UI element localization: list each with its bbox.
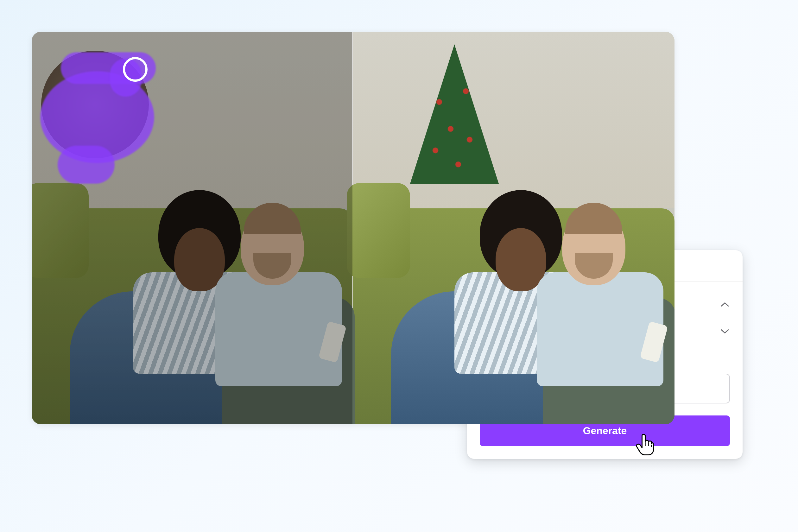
original-image-panel[interactable] bbox=[32, 32, 353, 424]
generated-image-panel[interactable] bbox=[353, 32, 674, 424]
chevron-down-icon bbox=[720, 326, 730, 337]
image-comparison bbox=[32, 32, 674, 424]
generate-button-label: Generate bbox=[583, 425, 627, 436]
brush-cursor-icon bbox=[123, 57, 148, 82]
chevron-up-icon bbox=[720, 299, 730, 309]
pointer-cursor-icon bbox=[635, 434, 654, 456]
